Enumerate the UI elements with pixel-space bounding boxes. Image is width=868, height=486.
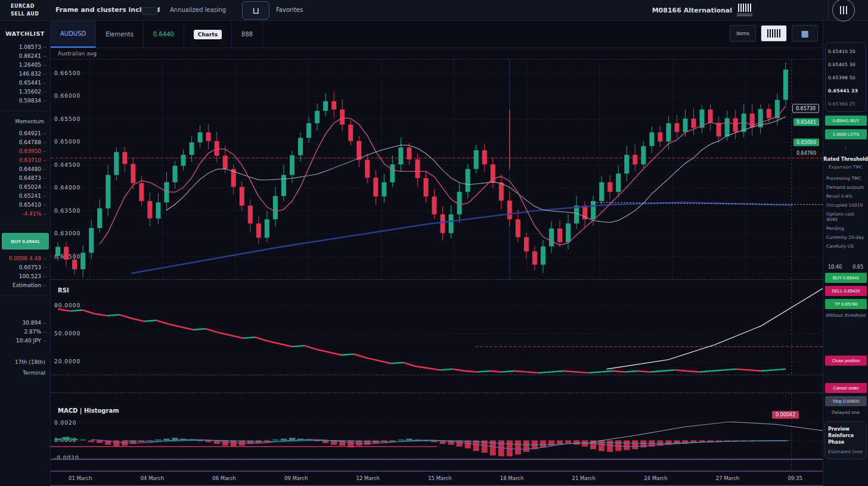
app-logo: EURCAD SELL AUD xyxy=(11,2,39,18)
watchlist-item[interactable]: 1.26405 xyxy=(0,62,46,68)
watchlist-item[interactable]: 1.08573 xyxy=(0,44,46,50)
price-label-outline: 0.65730 xyxy=(792,104,819,113)
stripes-icon xyxy=(767,29,780,38)
macd-pane[interactable]: MACD | Histogram 0.00042 0.00200.0000-0.… xyxy=(51,392,823,471)
quick-search-input[interactable] xyxy=(142,7,157,15)
quote-buy-row[interactable]: 0.65441 BUY xyxy=(825,116,867,126)
time-axis-label: 04 March xyxy=(141,475,164,481)
chart-tabs-row: AUDUSD Elements 0.6440 Charts 888 Items … xyxy=(51,21,823,48)
watchlist-item[interactable]: 0.63710 xyxy=(0,157,46,163)
watchlist-item[interactable]: 0.65024 xyxy=(0,184,46,190)
macd-price-tag: 0.00042 xyxy=(772,411,799,419)
watchlist-item[interactable]: 0.64480 xyxy=(0,166,46,172)
info-line: Occupied 10019 xyxy=(826,202,865,208)
watchlist-item[interactable]: 0.63950 xyxy=(0,148,46,154)
svg-text:0.66000: 0.66000 xyxy=(54,94,80,99)
sidebar-buy-button[interactable]: BUY 0.65441 xyxy=(2,233,49,250)
svg-text:-0.0020: -0.0020 xyxy=(54,455,79,461)
buy-button[interactable]: BUY 0.65441 xyxy=(825,273,867,283)
watchlist-item[interactable]: 0.65410 xyxy=(0,202,46,208)
grid-button[interactable]: ▦ xyxy=(792,25,818,42)
avatar[interactable] xyxy=(832,0,855,21)
time-row: 10:40 0.65 xyxy=(828,264,863,270)
items-button[interactable]: Items xyxy=(730,25,756,42)
watchlist-item[interactable]: 100.523 xyxy=(0,273,46,279)
threshold-note: Without threshold xyxy=(825,313,866,318)
watchlist-item[interactable]: 0.64921 xyxy=(0,130,46,136)
stop-button[interactable]: Stop 0.64800 xyxy=(825,396,867,406)
quote-lots-row[interactable]: 1.0000 LOTS xyxy=(825,129,867,139)
panel-tick: | xyxy=(823,145,868,151)
oscillator-pane[interactable]: RSI 80.000050.000020.0000 xyxy=(51,279,823,375)
watchlist-item[interactable]: 0.64873 xyxy=(0,175,46,181)
watchlist-item[interactable]: 146.832 xyxy=(0,71,46,77)
indicator-button[interactable] xyxy=(761,25,787,42)
svg-text:0.66500: 0.66500 xyxy=(54,70,80,76)
logo-line2: SELL AUD xyxy=(11,10,39,18)
sidebar-footer-item[interactable]: Terminal xyxy=(23,370,45,376)
watchlist-item[interactable]: 0.64788 xyxy=(0,139,46,145)
expansion-label: Expansion TMC xyxy=(823,164,868,170)
main-price-pane[interactable]: 0.665000.660000.655000.650000.645000.640… xyxy=(51,59,823,279)
watchlist-item[interactable]: Estimation xyxy=(0,282,46,288)
watchlist-item[interactable]: 1.35602 xyxy=(0,89,46,95)
chart-column: AUDUSD Elements 0.6440 Charts 888 Items … xyxy=(51,21,823,486)
quote-row: 0.65380 25 xyxy=(828,101,863,107)
info-line: Currently 20-day xyxy=(826,235,865,240)
preview-card[interactable]: Preview Reinforce Phase Estimated lines xyxy=(824,421,867,459)
tab-audusd[interactable]: AUDUSD xyxy=(51,21,96,48)
watchlist-item[interactable]: -4.41% xyxy=(0,211,46,217)
macd-label: MACD | Histogram xyxy=(58,407,119,414)
watchlist-group-4: 30.8942.87%10:40 JPY xyxy=(0,296,50,351)
tab-price[interactable]: 0.6440 xyxy=(144,21,184,48)
order-price: 0.65 xyxy=(852,264,863,270)
time-axis-label: 06 March xyxy=(212,475,235,481)
chart-subtitle: Australian avg xyxy=(51,48,823,59)
watchlist-item[interactable]: 0.59834 xyxy=(0,98,46,104)
watchlist-item[interactable]: 0.65441 xyxy=(0,80,46,86)
svg-text:0.63000: 0.63000 xyxy=(54,230,80,236)
tab-888[interactable]: 888 xyxy=(232,21,263,48)
watchlist-item[interactable]: 30.894 xyxy=(0,320,46,326)
favorites-label: Favorites xyxy=(276,7,303,13)
svg-text:50.0000: 50.0000 xyxy=(54,331,80,337)
time-axis-label: 24 March xyxy=(644,475,667,481)
favorites-button[interactable]: ⊔ xyxy=(242,1,269,20)
quote-row: 0.65405 30 xyxy=(828,62,863,67)
watchlist-item[interactable]: 0.65241 xyxy=(0,193,46,199)
sidebar-footer: 17th (18th)Terminal xyxy=(0,351,50,376)
watchlist-item[interactable]: 2.87% xyxy=(0,329,46,335)
menu-annualized-leasing[interactable]: Annualized leasing xyxy=(170,7,226,13)
charts-chip: Charts xyxy=(194,30,222,39)
preview-card-sub: Estimated lines xyxy=(828,449,863,454)
price-label-green: 0.65000 xyxy=(793,139,819,147)
tab-elements[interactable]: Elements xyxy=(96,21,144,48)
watchlist-item[interactable]: 0.0006 4.48 xyxy=(0,256,46,261)
time-axis-label: 09:35 xyxy=(788,475,802,481)
account-name[interactable]: M08166 Alternational xyxy=(652,7,732,14)
svg-text:0.0020: 0.0020 xyxy=(54,420,77,426)
cancel-order-button[interactable]: Cancel order xyxy=(825,383,867,393)
time-axis-label: 18 March xyxy=(500,475,523,481)
avatar-stripes-icon xyxy=(840,6,847,14)
time-axis-label: 01 March xyxy=(69,475,92,481)
account-info-lines: Processing TMCDemand outputsRecoil 0.4%O… xyxy=(826,176,865,249)
pane-spacer xyxy=(51,375,823,392)
info-line: Demand outputs xyxy=(826,185,865,190)
square-u-icon: ⊔ xyxy=(252,5,259,16)
info-line: Pending xyxy=(826,226,865,231)
watchlist-item[interactable]: 10:40 JPY xyxy=(0,338,46,344)
barcode-icon[interactable] xyxy=(738,4,751,12)
svg-text:0.65000: 0.65000 xyxy=(54,139,80,145)
quote-row: 0.65441 23 xyxy=(828,88,863,94)
sidebar-footer-item[interactable]: 17th (18th) xyxy=(15,359,45,365)
price-label-plain: 0.64760 xyxy=(793,149,819,157)
tab-charts[interactable]: Charts xyxy=(184,21,232,48)
close-position-button[interactable]: Close position xyxy=(825,356,867,366)
sell-button[interactable]: SELL 0.65420 xyxy=(825,286,867,296)
take-profit-button[interactable]: TP 0.65780 xyxy=(825,299,867,309)
svg-text:0.65500: 0.65500 xyxy=(54,116,80,122)
watchlist-item[interactable]: 0.86241 xyxy=(0,53,46,59)
order-panel: 0.65410 200.65405 300.65398 500.65441 23… xyxy=(823,21,868,486)
watchlist-item[interactable]: 0.60753 xyxy=(0,264,46,270)
